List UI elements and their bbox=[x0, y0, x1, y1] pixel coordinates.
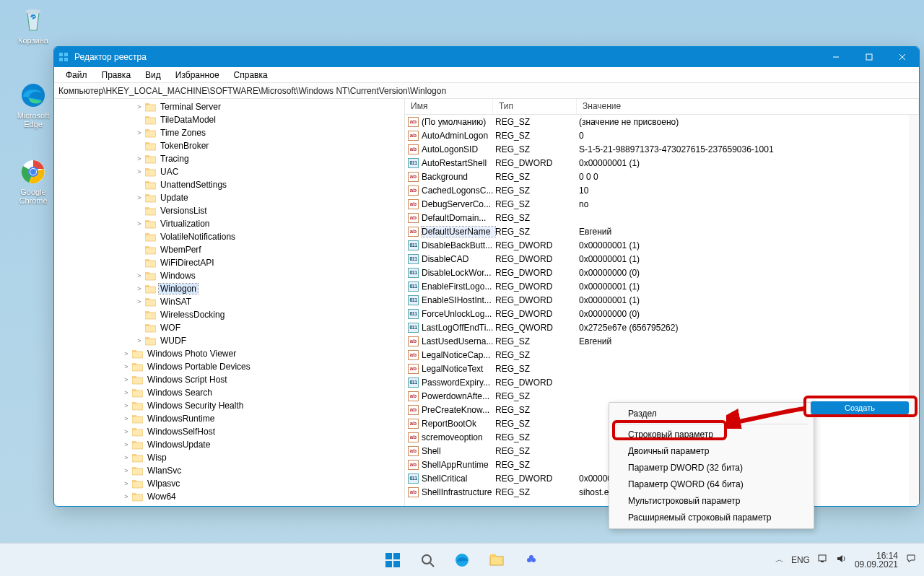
titlebar[interactable]: Редактор реестра bbox=[54, 47, 919, 67]
caret-icon[interactable]: > bbox=[122, 401, 131, 410]
tray-volume-icon[interactable] bbox=[836, 554, 847, 566]
tree-item[interactable]: UnattendSettings bbox=[54, 178, 404, 191]
value-row[interactable]: 011DisableLockWor...REG_DWORD0x00000000 … bbox=[405, 266, 919, 279]
maximize-button[interactable] bbox=[853, 47, 886, 67]
caret-icon[interactable]: > bbox=[135, 219, 144, 228]
caret-icon[interactable] bbox=[135, 245, 144, 254]
caret-icon[interactable] bbox=[135, 141, 144, 150]
tree-item[interactable]: >Wisp bbox=[54, 451, 404, 464]
tree-item[interactable]: TileDataModel bbox=[54, 113, 404, 126]
taskbar-explorer[interactable] bbox=[481, 546, 512, 574]
context-menu-item[interactable]: Мультистроковый параметр bbox=[611, 493, 812, 509]
caret-icon[interactable]: > bbox=[122, 375, 131, 384]
caret-icon[interactable]: > bbox=[122, 427, 131, 436]
value-row[interactable]: 011EnableFirstLogo...REG_DWORD0x00000001… bbox=[405, 279, 919, 293]
tree-item[interactable]: >Windows Photo Viewer bbox=[54, 347, 404, 360]
caret-icon[interactable]: > bbox=[135, 336, 144, 345]
context-menu-parent[interactable]: Создать bbox=[811, 401, 909, 414]
tree-item[interactable]: >WlanSvc bbox=[54, 464, 404, 477]
tree-item[interactable]: >Tracing bbox=[54, 152, 404, 165]
value-row[interactable]: 011ForceUnlockLog...REG_DWORD0x00000000 … bbox=[405, 307, 919, 320]
value-row[interactable]: 011LastLogOffEndTi...REG_QWORD0x2725e67e… bbox=[405, 320, 919, 334]
tree-item[interactable]: >Terminal Server bbox=[54, 100, 404, 113]
caret-icon[interactable]: > bbox=[122, 492, 131, 501]
context-menu-item[interactable]: Двоичный параметр bbox=[611, 443, 812, 459]
tray-notifications-icon[interactable] bbox=[905, 553, 917, 567]
caret-icon[interactable]: > bbox=[135, 284, 144, 293]
tree-item[interactable]: >Windows Script Host bbox=[54, 373, 404, 386]
tree-item[interactable]: WirelessDocking bbox=[54, 308, 404, 321]
desktop-icon-recycle-bin[interactable]: Корзина bbox=[10, 6, 56, 45]
caret-icon[interactable]: > bbox=[135, 102, 144, 111]
tree-item[interactable]: >UAC bbox=[54, 165, 404, 178]
create-menuitem[interactable]: Создать bbox=[811, 401, 909, 414]
col-value[interactable]: Значение bbox=[577, 99, 919, 114]
tree-item[interactable]: >Time Zones bbox=[54, 126, 404, 139]
context-menu-item[interactable]: Расширяемый строковый параметр bbox=[611, 510, 812, 525]
caret-icon[interactable]: > bbox=[122, 440, 131, 449]
caret-icon[interactable]: > bbox=[122, 362, 131, 371]
tray-chevron-icon[interactable]: ︿ bbox=[775, 554, 784, 566]
tree-item[interactable]: VersionsList bbox=[54, 204, 404, 217]
value-row[interactable]: abBackgroundREG_SZ0 0 0 bbox=[405, 170, 919, 183]
caret-icon[interactable] bbox=[135, 206, 144, 215]
value-row[interactable]: abAutoLogonSIDREG_SZS-1-5-21-988971373-4… bbox=[405, 142, 919, 156]
tree-item[interactable]: >WUDF bbox=[54, 334, 404, 347]
tree-item[interactable]: >Wow64 bbox=[54, 490, 404, 503]
menu-file[interactable]: Файл bbox=[58, 69, 95, 82]
minimize-button[interactable] bbox=[819, 47, 853, 67]
caret-icon[interactable]: > bbox=[122, 349, 131, 358]
menu-help[interactable]: Справка bbox=[227, 69, 275, 82]
tray-network-icon[interactable] bbox=[817, 554, 829, 566]
taskbar-edge[interactable] bbox=[447, 546, 477, 574]
tree-item[interactable]: >Wlpasvc bbox=[54, 477, 404, 490]
tree-item[interactable]: WiFiDirectAPI bbox=[54, 256, 404, 269]
caret-icon[interactable]: > bbox=[122, 466, 131, 475]
caret-icon[interactable]: > bbox=[135, 154, 144, 163]
tray-language[interactable]: ENG bbox=[791, 555, 810, 565]
address-bar[interactable]: Компьютер\HKEY_LOCAL_MACHINE\SOFTWARE\Mi… bbox=[54, 83, 919, 99]
value-row[interactable]: abLegalNoticeCap...REG_SZ bbox=[405, 348, 919, 362]
caret-icon[interactable]: > bbox=[122, 388, 131, 397]
tree-item[interactable]: >WindowsRuntime bbox=[54, 412, 404, 425]
value-row[interactable]: abCachedLogonsC...REG_SZ10 bbox=[405, 183, 919, 197]
scrollbar[interactable] bbox=[909, 115, 919, 506]
desktop-icon-chrome[interactable]: Google Chrome bbox=[10, 157, 56, 205]
desktop-icon-edge[interactable]: Microsoft Edge bbox=[10, 81, 56, 128]
tree-item[interactable]: >Windows Search bbox=[54, 386, 404, 399]
caret-icon[interactable] bbox=[135, 180, 144, 189]
menu-view[interactable]: Вид bbox=[138, 69, 168, 82]
value-row[interactable]: abDefaultDomain...REG_SZ bbox=[405, 211, 919, 224]
value-row[interactable]: 011PasswordExpiry...REG_DWORD bbox=[405, 375, 919, 389]
value-row[interactable]: abDefaultUserNameREG_SZЕвгений bbox=[405, 224, 919, 238]
caret-icon[interactable]: > bbox=[135, 167, 144, 176]
tray-clock[interactable]: 16:14 09.09.2021 bbox=[855, 551, 898, 569]
taskbar-app[interactable] bbox=[516, 546, 546, 574]
caret-icon[interactable]: > bbox=[122, 453, 131, 462]
caret-icon[interactable]: > bbox=[135, 128, 144, 137]
caret-icon[interactable]: > bbox=[122, 479, 131, 488]
tree-item[interactable]: VolatileNotifications bbox=[54, 230, 404, 243]
context-menu-item[interactable]: Параметр DWORD (32 бита) bbox=[611, 460, 812, 476]
col-type[interactable]: Тип bbox=[493, 99, 577, 114]
tree-item[interactable]: >Windows Portable Devices bbox=[54, 360, 404, 373]
close-button[interactable] bbox=[886, 47, 919, 67]
value-row[interactable]: 011AutoRestartShellREG_DWORD0x00000001 (… bbox=[405, 156, 919, 170]
caret-icon[interactable]: > bbox=[122, 414, 131, 423]
context-menu-item[interactable]: Параметр QWORD (64 бита) bbox=[611, 476, 812, 492]
tree-item[interactable]: WbemPerf bbox=[54, 243, 404, 256]
value-row[interactable]: 011DisableBackButt...REG_DWORD0x00000001… bbox=[405, 238, 919, 252]
tree-item[interactable]: >Windows bbox=[54, 269, 404, 282]
tree-item[interactable]: >Winlogon bbox=[54, 282, 404, 295]
tree-item[interactable]: WOF bbox=[54, 321, 404, 334]
context-menu-item[interactable]: Строковый параметр bbox=[611, 427, 812, 442]
registry-tree[interactable]: >Terminal ServerTileDataModel>Time Zones… bbox=[54, 99, 405, 506]
value-row[interactable]: abDebugServerCo...REG_SZno bbox=[405, 197, 919, 211]
caret-icon[interactable] bbox=[135, 232, 144, 241]
tree-item[interactable]: >Windows Security Health bbox=[54, 399, 404, 412]
value-row[interactable]: 011DisableCADREG_DWORD0x00000001 (1) bbox=[405, 252, 919, 266]
caret-icon[interactable] bbox=[135, 115, 144, 124]
menu-edit[interactable]: Правка bbox=[95, 69, 139, 82]
search-button[interactable] bbox=[412, 546, 443, 574]
menu-favorites[interactable]: Избранное bbox=[168, 69, 227, 82]
